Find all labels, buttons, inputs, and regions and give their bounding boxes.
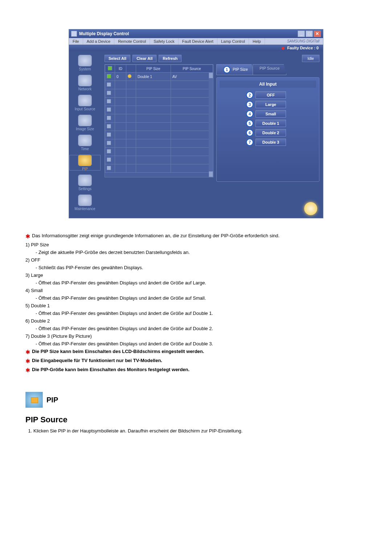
item-5: 5) Double 1 [25,303,367,308]
row-checkbox[interactable] [107,141,111,145]
options-panel: All Input 2OFF 3Large 4Small 5Double 1 6… [216,77,319,182]
table-row[interactable] [105,123,213,131]
table-row[interactable] [105,139,213,148]
table-row[interactable] [105,148,213,156]
menu-remote-control[interactable]: Remote Control [114,38,150,45]
sidebar-label: Image Size [69,127,101,131]
row-checkbox[interactable] [107,99,111,103]
large-button[interactable]: Large [256,101,286,108]
col-pip-source: PIP Source [171,65,213,73]
off-button[interactable]: OFF [256,91,286,99]
sidebar-item-pip[interactable]: PIP [69,155,101,171]
double3-button[interactable]: Double 3 [256,139,286,146]
double2-button[interactable]: Double 2 [256,129,286,136]
grid-scrollbar[interactable] [209,73,213,177]
table-row[interactable]: 0 Double 1 AV [105,73,213,81]
image-size-icon [78,115,92,126]
select-all-button[interactable]: Select All [105,55,130,62]
pip-section-icon [25,392,43,408]
time-icon [78,135,92,146]
row-checkbox[interactable] [107,149,111,153]
double1-button[interactable]: Double 1 [256,120,286,127]
scroll-up-arrow-icon[interactable] [209,73,213,78]
sidebar-item-input-source[interactable]: Input Source [69,95,101,111]
tab-pip-source[interactable]: PIP Source [253,64,286,75]
badge-3: 3 [246,101,253,108]
cell-id: 0 [115,73,126,81]
row-checkbox[interactable] [107,91,111,95]
panel-header: All Input [220,81,316,88]
row-checkbox[interactable] [107,124,111,128]
star-icon: ✱ [25,358,32,365]
item-5-desc: - Öffnet das PIP-Fenster des gewählten D… [36,311,367,316]
maximize-button[interactable]: □ [306,30,313,37]
row-checkbox[interactable] [107,157,111,162]
sidebar-item-image-size[interactable]: Image Size [69,115,101,131]
table-row[interactable] [105,98,213,106]
menu-fault-alert[interactable]: Fault Device Alert [179,38,217,45]
star-icon: ✱ [25,233,32,240]
star-icon: ✱ [25,349,32,356]
row-checkbox[interactable] [107,166,111,170]
sidebar-item-maintenance[interactable]: Maintenance [69,194,101,211]
explanation-block: ✱Das Informationsgitter zeigt einige gru… [25,233,367,374]
row-checkbox[interactable] [107,132,111,137]
row-status-icon [128,74,131,78]
row-checkbox[interactable] [107,107,111,112]
star-icon: ✱ [25,367,32,374]
sidebar-item-system[interactable]: System [69,55,101,71]
note-3: Die PIP-Größe kann beim Einschalten des … [32,367,189,372]
table-row[interactable] [105,114,213,123]
minimize-button[interactable]: _ [298,30,305,37]
table-row[interactable] [105,89,213,98]
item-6-desc: - Öffnet das PIP-Fenster des gewählten D… [36,326,367,331]
item-4-desc: - Öffnet das PIP-Fenster des gewählten D… [36,295,367,301]
section-label: PIP [46,396,58,404]
close-button[interactable]: ✕ [314,30,321,37]
sidebar: System Network Input Source Image Size T… [69,51,101,218]
clear-all-button[interactable]: Clear All [132,55,156,62]
header-checkbox[interactable] [108,66,112,70]
sidebar-label: Time [69,147,101,151]
window-title: Multiple Display Control [79,31,129,36]
badge-6: 6 [246,129,253,136]
menu-add-device[interactable]: Add a Device [83,38,114,45]
item-4: 4) Small [25,288,367,293]
faulty-dot-icon [282,47,285,50]
badge-1: 1 [223,66,230,73]
menu-file[interactable]: File [69,38,83,45]
table-row[interactable] [105,106,213,114]
row-checkbox[interactable] [107,74,111,78]
item-3-desc: - Öffnet das PIP-Fenster des gewählten D… [36,280,367,286]
row-checkbox[interactable] [107,116,111,120]
item-2-desc: - Schließt das PIP-Fenster des gewählten… [36,265,367,270]
brand-label: SAMSUNG DIGITall [283,38,323,45]
menu-lamp-control[interactable]: Lamp Control [217,38,249,45]
app-icon [71,31,77,37]
table-row[interactable] [105,81,213,89]
table-row[interactable] [105,131,213,139]
sidebar-item-time[interactable]: Time [69,135,101,151]
tab-pip-size[interactable]: 1PIP Size [216,64,255,75]
app-window: Multiple Display Control _ □ ✕ File Add … [69,29,323,218]
table-row[interactable] [105,164,213,173]
sidebar-item-network[interactable]: Network [69,75,101,91]
sidebar-label: Network [69,87,101,91]
scroll-down-arrow-icon[interactable] [209,171,213,177]
tab-label: PIP Source [260,66,279,70]
table-row[interactable] [105,156,213,164]
menu-safety-lock[interactable]: Safety Lock [150,38,178,45]
item-1-desc: - Zeigt die aktuelle PIP-Größe des derze… [36,250,367,255]
title-bar: Multiple Display Control _ □ ✕ [69,29,323,38]
item-6: 6) Double 2 [25,318,367,324]
settings-icon [78,175,92,186]
menu-help[interactable]: Help [249,38,265,45]
cell-pip-source: AV [171,73,213,81]
refresh-button[interactable]: Refresh [159,55,181,62]
input-source-icon [78,95,92,106]
sidebar-item-settings[interactable]: Settings [69,175,101,191]
row-checkbox[interactable] [107,82,111,87]
col-status-icon [126,65,136,73]
note-1: Die PIP Size kann beim Einschalten des L… [32,349,204,354]
small-button[interactable]: Small [256,110,286,118]
